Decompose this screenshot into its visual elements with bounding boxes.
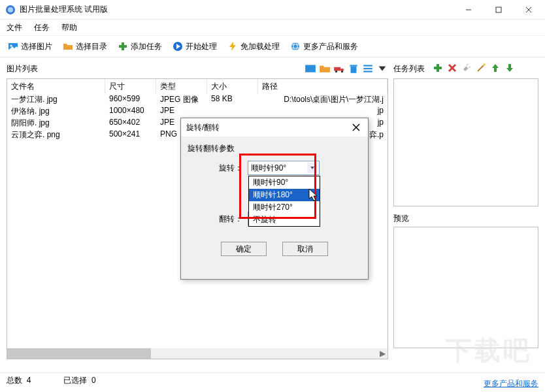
rotate-select[interactable]: 顺时针90° 顺时针90°顺时针180°顺时针270°不旋转 — [248, 161, 320, 175]
scroll-right-arrow[interactable]: ▶ — [377, 348, 388, 359]
rotate-option[interactable]: 顺时针180° — [249, 189, 320, 201]
menu-help[interactable]: 帮助 — [61, 22, 77, 33]
start-label: 开始处理 — [186, 41, 217, 52]
svg-rect-24 — [434, 67, 442, 69]
no-load-button[interactable]: 免加载处理 — [223, 39, 284, 54]
table-row[interactable]: 一梦江湖. jpg960×599JPEG 图像58 KBD:\tools\桌面\… — [7, 93, 388, 105]
rotate-label: 旋转： — [203, 163, 242, 174]
image-list-title: 图片列表 — [7, 63, 305, 74]
list-mini-toolbar — [305, 63, 388, 74]
dialog-titlebar[interactable]: 旋转/翻转 — [181, 118, 368, 137]
svg-rect-13 — [305, 65, 316, 72]
task-wand-icon[interactable] — [476, 63, 486, 75]
window-titlebar: 图片批量处理系统 试用版 — [0, 0, 545, 20]
svg-point-11 — [291, 42, 299, 50]
thumbnail-view-icon[interactable] — [305, 63, 316, 74]
svg-point-17 — [341, 71, 343, 73]
window-title: 图片批量处理系统 试用版 — [20, 4, 454, 15]
list-view-icon[interactable] — [362, 63, 374, 74]
svg-rect-14 — [334, 67, 340, 71]
rotate-option[interactable]: 不旋转 — [249, 214, 320, 226]
play-icon — [173, 41, 183, 52]
watermark: 下载吧 — [446, 333, 532, 368]
rotate-select-value: 顺时针90° — [251, 163, 286, 174]
menubar: 文件 任务 帮助 — [0, 20, 545, 35]
select-image-button[interactable]: 选择图片 — [4, 39, 56, 54]
svg-rect-21 — [363, 68, 372, 69]
svg-point-7 — [10, 45, 12, 47]
globe-icon — [290, 41, 301, 52]
task-list-title: 任务列表 — [393, 63, 433, 74]
lightning-icon — [227, 41, 238, 52]
svg-rect-22 — [363, 71, 372, 72]
maximize-button[interactable] — [484, 0, 514, 20]
status-bar: 总数 4 已选择 0 — [0, 372, 545, 388]
menu-file[interactable]: 文件 — [7, 22, 22, 33]
svg-rect-18 — [351, 67, 357, 73]
add-task-label: 添加任务 — [131, 41, 162, 52]
plus-icon — [118, 41, 128, 52]
main-toolbar: 选择图片 选择目录 添加任务 开始处理 免加载处理 更多产品和服务 — [0, 35, 545, 57]
dropdown-arrow-icon[interactable] — [376, 63, 388, 74]
status-selected: 已选择 0 — [63, 375, 95, 386]
select-dir-label: 选择目录 — [76, 41, 107, 52]
footer-more-link[interactable]: 更多产品和服务 — [484, 378, 538, 389]
col-dimension[interactable]: 尺寸 — [105, 79, 156, 93]
preview-box — [393, 227, 538, 348]
svg-line-27 — [478, 65, 484, 71]
task-moveup-icon[interactable] — [490, 63, 501, 75]
rotate-option[interactable]: 顺时针90° — [249, 176, 320, 189]
rotate-dropdown: 顺时针90°顺时针180°顺时针270°不旋转 — [248, 176, 320, 227]
minimize-button[interactable] — [454, 0, 484, 20]
status-total: 总数 4 — [7, 375, 31, 386]
col-size[interactable]: 大小 — [207, 79, 258, 93]
preview-title: 预览 — [393, 213, 538, 224]
rotate-flip-dialog: 旋转/翻转 旋转翻转参数 旋转： 顺时针90° 顺时针90°顺时针180°顺时针… — [180, 118, 369, 280]
svg-point-28 — [483, 63, 486, 66]
truck-icon[interactable] — [333, 63, 345, 74]
task-add-icon[interactable] — [433, 63, 443, 75]
task-list-box[interactable] — [393, 78, 538, 206]
task-delete-icon[interactable] — [447, 63, 457, 75]
right-panel: 任务列表 预览 — [391, 57, 545, 372]
select-image-label: 选择图片 — [21, 41, 52, 52]
rotate-option[interactable]: 顺时针270° — [249, 201, 320, 214]
image-icon — [8, 41, 18, 52]
task-wrench-icon[interactable] — [461, 63, 472, 75]
svg-rect-9 — [119, 45, 127, 48]
start-button[interactable]: 开始处理 — [169, 39, 221, 54]
col-type[interactable]: 类型 — [156, 79, 207, 93]
horizontal-scrollbar[interactable]: ▶ — [7, 348, 388, 359]
more-products-button[interactable]: 更多产品和服务 — [286, 39, 362, 54]
cancel-button[interactable]: 取消 — [282, 242, 328, 256]
dialog-title: 旋转/翻转 — [186, 122, 350, 133]
more-products-label: 更多产品和服务 — [303, 41, 358, 52]
task-movedown-icon[interactable] — [504, 63, 515, 75]
trash-icon[interactable] — [348, 63, 359, 74]
chevron-down-icon[interactable] — [307, 163, 318, 173]
select-dir-button[interactable]: 选择目录 — [59, 39, 111, 54]
table-row[interactable]: 伊洛纳. jpg1000×480JPEjp — [7, 105, 388, 117]
table-header: 文件名 尺寸 类型 大小 路径 — [7, 79, 388, 93]
folder-mini-icon[interactable] — [319, 63, 331, 74]
col-filename[interactable]: 文件名 — [7, 79, 105, 93]
svg-rect-3 — [496, 7, 501, 12]
col-path[interactable]: 路径 — [258, 79, 388, 93]
dialog-group-title: 旋转翻转参数 — [188, 143, 361, 154]
menu-task[interactable]: 任务 — [34, 22, 50, 33]
close-button[interactable] — [514, 0, 544, 20]
ok-button[interactable]: 确定 — [221, 242, 267, 256]
svg-rect-19 — [350, 65, 357, 66]
svg-rect-20 — [363, 65, 372, 66]
app-icon — [5, 5, 16, 15]
dialog-close-icon[interactable] — [350, 121, 363, 134]
svg-point-1 — [8, 7, 13, 12]
folder-icon — [63, 41, 73, 52]
flip-label: 翻转： — [203, 214, 242, 225]
task-toolbar — [433, 63, 515, 75]
add-task-button[interactable]: 添加任务 — [114, 39, 166, 54]
svg-point-16 — [335, 71, 337, 73]
scrollbar-thumb[interactable] — [7, 348, 151, 359]
no-load-label: 免加载处理 — [240, 41, 280, 52]
